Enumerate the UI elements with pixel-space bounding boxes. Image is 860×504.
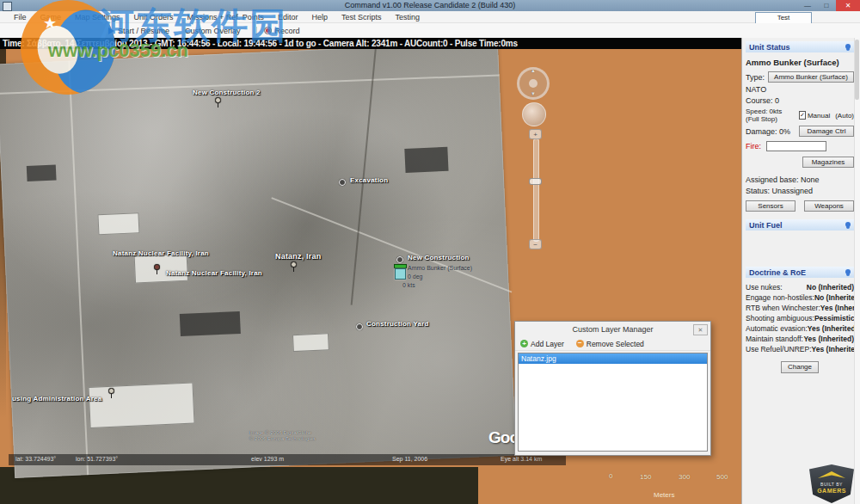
doctrine-value: Yes (Inherited) [812, 345, 854, 355]
zoom-out-button[interactable]: − [529, 239, 542, 249]
zoom-in-button[interactable]: + [529, 129, 542, 139]
map-marker [396, 256, 403, 263]
menu-item-testing[interactable]: Testing [388, 11, 427, 23]
magazines-button[interactable]: Magazines [802, 157, 854, 168]
watermark: ★ 河东软件园 www.pc0359.cn [9, 0, 370, 108]
dialog-title: Custom Layer Manager [515, 322, 710, 337]
watermark-site-url: www.pc0359.cn [48, 40, 188, 62]
test-button[interactable]: Test [755, 12, 812, 24]
doctrine-label: Shooting ambiguous: [746, 314, 814, 324]
sidebar: Unit Status Ammo Bunker (Surface) Type: … [741, 38, 860, 504]
unit-status-header: Unit Status [746, 41, 854, 52]
minimize-button[interactable]: — [798, 0, 817, 11]
change-button[interactable]: Change [781, 361, 819, 373]
map-label-new-construction: New Construction [408, 254, 470, 261]
doctrine-header-label: Doctrine & RoE [749, 268, 806, 277]
custom-layer-manager-dialog: Custom Layer Manager ✕ + Add Layer − Rem… [514, 321, 711, 456]
imagery-road [68, 61, 89, 476]
longitude-readout: lon: 51.727393° [76, 456, 118, 462]
maximize-button[interactable]: □ [817, 0, 836, 11]
doctrine-value: No (Inherited) [814, 293, 854, 304]
fire-input[interactable] [766, 141, 826, 151]
zoom-slider[interactable] [533, 138, 539, 242]
doctrine-row: Engage non-hostiles: No (Inherited) [746, 293, 854, 304]
remove-selected-button[interactable]: − Remove Selected [576, 340, 644, 348]
elevation-readout: elev 1293 m [251, 456, 284, 462]
doctrine-label: Use Refuel/UNREP: [746, 345, 812, 355]
doctrine-label: RTB when Winchester: [746, 304, 820, 314]
imagery-attribution: Image © 2006 DigitalGlobe © 2006 Europa … [249, 430, 316, 442]
doctrine-value: Pessimistic (Inherited) [814, 314, 854, 324]
satellite-imagery [0, 49, 517, 478]
unit-damage: Damage: 0% [746, 127, 790, 136]
fire-label: Fire: [746, 142, 761, 151]
scrollbar-thumb[interactable] [855, 40, 859, 100]
doctrine-value: Yes (Inherited) [820, 304, 854, 314]
unit-icon-ammo-bunker[interactable] [395, 268, 406, 280]
doctrine-row: Use nukes: No (Inherited) [746, 283, 854, 293]
map-label-excavation: Excavation [350, 176, 388, 184]
doctrine-label: Maintain standoff: [746, 335, 803, 345]
imagery-building [180, 311, 241, 336]
doctrine-row: Shooting ambiguous: Pessimistic (Inherit… [746, 314, 854, 324]
map-pin [154, 264, 160, 270]
doctrine-row: Automatic evasion: Yes (Inherited) [746, 324, 854, 335]
manual-checkbox[interactable]: ✓ [799, 111, 806, 120]
doctrine-value: Yes (Inherited) [808, 324, 854, 335]
manual-label: Manual [808, 112, 830, 120]
doctrine-row: RTB when Winchester: Yes (Inherited) [746, 304, 854, 314]
scale-tick-0: 0 [609, 472, 612, 480]
ge-status-strip: lat: 33.724493° lon: 51.727393° elev 129… [9, 454, 566, 465]
latitude-readout: lat: 33.724493° [15, 456, 56, 462]
map-marker [339, 179, 346, 186]
imagery-road [271, 197, 512, 292]
map-label-natanz-facility-2: Natanz Nuclear Facility, Iran [166, 269, 262, 277]
unit-label-speed: 0 kts [402, 282, 415, 288]
dialog-close-button[interactable]: ✕ [693, 324, 708, 335]
map-pin [291, 261, 297, 267]
imagery-building [292, 333, 329, 352]
unit-fuel-header-label: Unit Fuel [749, 221, 783, 230]
pan-control[interactable] [522, 102, 546, 126]
map-label-administration-area: using Administration Area [12, 395, 101, 403]
layer-list[interactable]: Natanz.jpg [518, 353, 708, 452]
sensors-button[interactable]: Sensors [746, 200, 796, 212]
close-button[interactable]: ✕ [836, 0, 860, 11]
unit-status-header-label: Unit Status [749, 43, 790, 52]
unit-speed: Speed: 0kts (Full Stop) [746, 108, 796, 123]
layer-list-item-selected[interactable]: Natanz.jpg [519, 353, 707, 364]
star-icon: ★ [43, 14, 57, 33]
scale-unit-label: Meters [654, 491, 674, 499]
type-label: Type: [746, 73, 765, 82]
weapons-button[interactable]: Weapons [804, 200, 854, 212]
doctrine-label: Use nukes: [746, 283, 783, 293]
imagery-building [27, 164, 57, 181]
doctrine-header: Doctrine & RoE [746, 267, 854, 278]
map-pin [108, 388, 114, 394]
doctrine-value: No (Inherited) [807, 283, 854, 293]
imagery-building [97, 212, 139, 235]
assigned-base: Assigned base: None [746, 175, 854, 184]
map-marker [356, 323, 363, 330]
doctrine-value: Yes (Inherited) [803, 335, 854, 345]
scale-tick-150: 150 [640, 473, 651, 481]
unit-label-name: Ammo Bunker (Surface) [408, 265, 472, 271]
damage-ctrl-button[interactable]: Damage Ctrl [799, 126, 854, 137]
pin-icon[interactable] [845, 44, 851, 49]
sidebar-scrollbar[interactable] [854, 38, 860, 504]
unit-type-dropdown[interactable]: Ammo Bunker (Surface) [768, 71, 854, 83]
doctrine-label: Engage non-hostiles: [746, 293, 814, 304]
scale-tick-500: 500 [716, 473, 728, 481]
pin-icon[interactable] [845, 222, 851, 227]
imagery-date: Sep 11, 2006 [392, 456, 427, 462]
zoom-slider-handle[interactable] [529, 178, 542, 185]
pin-icon[interactable] [845, 269, 851, 274]
compass-south-arrow: ▼ [531, 91, 536, 96]
logo-wing-icon [818, 471, 845, 478]
imagery-building [404, 147, 448, 173]
scale-tick-300: 300 [679, 473, 690, 481]
unit-course: Course: 0 [746, 96, 854, 105]
add-layer-button[interactable]: + Add Layer [520, 340, 564, 348]
add-icon: + [520, 340, 528, 347]
unit-name: Ammo Bunker (Surface) [746, 58, 854, 67]
